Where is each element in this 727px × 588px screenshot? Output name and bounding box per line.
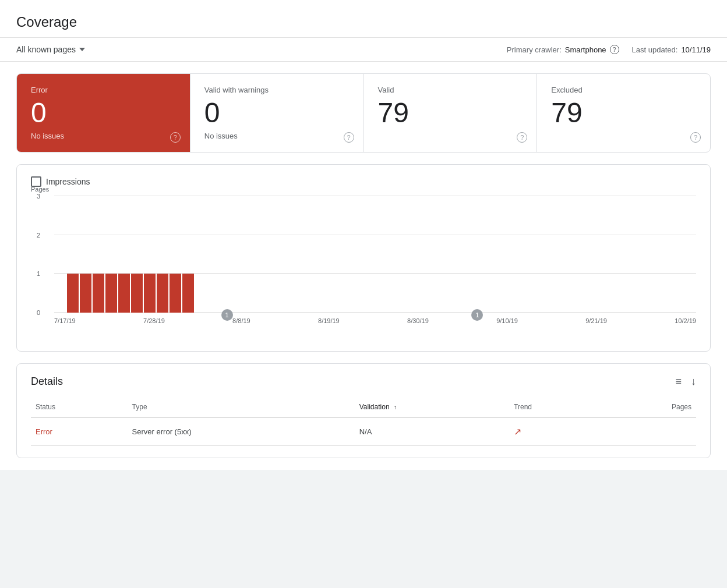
details-header: Details ≡ ↓ [31, 376, 696, 388]
warnings-help-icon[interactable]: ? [344, 132, 354, 143]
page-header: Coverage [0, 0, 727, 38]
x-axis: 7/17/197/28/198/8/198/19/198/30/199/10/1… [54, 317, 696, 324]
crawler-value: Smartphone [565, 45, 606, 54]
details-table: Status Type Validation ↑ Trend Pages Err… [31, 397, 696, 446]
excluded-card: Excluded 79 ? [537, 74, 710, 152]
bar-2 [80, 274, 91, 313]
x-label-2: 8/8/19 [232, 317, 250, 324]
excluded-help-icon[interactable]: ? [690, 132, 701, 143]
valid-value: 79 [378, 99, 523, 127]
row-trend: ↗ [509, 417, 599, 446]
col-trend: Trend [509, 397, 599, 417]
bar-10 [182, 274, 194, 313]
details-section: Details ≡ ↓ Status Type Validation ↑ [16, 363, 711, 458]
bar-4 [105, 274, 117, 313]
crawler-label: Primary crawler: [507, 45, 562, 54]
details-tbody: ErrorServer error (5xx)N/A↗ [31, 417, 696, 446]
toolbar: All known pages Primary crawler: Smartph… [0, 38, 727, 62]
row-status: Error [31, 417, 128, 446]
updated-label: Last updated: [632, 45, 678, 54]
chart-area: Pages 3 2 1 0 [31, 196, 696, 342]
bar-8 [157, 274, 168, 313]
download-icon[interactable]: ↓ [691, 376, 696, 388]
y-label-0: 0 [37, 309, 40, 316]
warnings-sub: No issues [204, 132, 350, 140]
col-pages: Pages [599, 397, 696, 417]
impressions-toggle[interactable]: Impressions [31, 176, 696, 187]
crawler-help-icon[interactable]: ? [610, 45, 619, 54]
table-header: Status Type Validation ↑ Trend Pages [31, 397, 696, 417]
impressions-label: Impressions [46, 177, 90, 186]
bars-container [54, 196, 696, 313]
warnings-card: Valid with warnings 0 No issues ? [190, 74, 364, 152]
main-content: Error 0 No issues ? Valid with warnings … [0, 62, 727, 470]
pages-axis-label: Pages [31, 186, 49, 193]
details-icons: ≡ ↓ [675, 376, 696, 388]
col-type: Type [128, 397, 355, 417]
bar-9 [170, 274, 181, 313]
bar-5 [118, 274, 130, 313]
bar-6 [131, 274, 143, 313]
row-pages [599, 417, 696, 446]
dropdown-arrow-icon [79, 48, 85, 51]
toolbar-right: Primary crawler: Smartphone ? Last updat… [507, 45, 711, 54]
sort-arrow-icon: ↑ [394, 404, 397, 410]
error-value: 0 [31, 99, 176, 127]
x-label-0: 7/17/19 [54, 317, 76, 324]
x-label-5: 9/10/19 [496, 317, 518, 324]
chart-grid: 3 2 1 0 1 1 [54, 196, 696, 313]
bar-1 [67, 274, 79, 313]
updated-value: 10/11/19 [681, 45, 711, 54]
x-label-4: 8/30/19 [407, 317, 429, 324]
excluded-label: Excluded [551, 86, 696, 94]
filter-dropdown[interactable]: All known pages [16, 45, 85, 54]
x-label-1: 7/28/19 [143, 317, 165, 324]
filter-icon[interactable]: ≡ [675, 376, 682, 388]
x-label-6: 9/21/19 [585, 317, 607, 324]
y-label-1: 1 [37, 270, 40, 277]
filter-label: All known pages [16, 45, 76, 54]
details-title: Details [31, 376, 63, 388]
row-type: Server error (5xx) [128, 417, 355, 446]
page-title: Coverage [16, 14, 711, 30]
valid-card: Valid 79 ? [364, 74, 538, 152]
error-label: Error [31, 86, 176, 94]
y-label-3: 3 [37, 193, 40, 200]
valid-label: Valid [378, 86, 523, 94]
bar-3 [93, 274, 104, 313]
x-label-7: 10/2/19 [675, 317, 696, 324]
error-card: Error 0 No issues ? [17, 74, 190, 152]
warnings-label: Valid with warnings [204, 86, 350, 94]
excluded-value: 79 [551, 99, 696, 127]
row-validation: N/A [355, 417, 509, 446]
x-label-3: 8/19/19 [318, 317, 340, 324]
table-header-row: Status Type Validation ↑ Trend Pages [31, 397, 696, 417]
y-label-2: 2 [37, 232, 40, 239]
stats-row: Error 0 No issues ? Valid with warnings … [16, 73, 711, 153]
table-row[interactable]: ErrorServer error (5xx)N/A↗ [31, 417, 696, 446]
annotation-1: 1 [221, 309, 233, 321]
error-sub: No issues [31, 132, 176, 140]
col-status: Status [31, 397, 128, 417]
error-help-icon[interactable]: ? [170, 132, 181, 143]
valid-help-icon[interactable]: ? [517, 132, 527, 143]
bar-7 [144, 274, 156, 313]
chart-section: Impressions Pages 3 2 1 0 [16, 164, 711, 352]
warnings-value: 0 [204, 99, 350, 127]
col-validation[interactable]: Validation ↑ [355, 397, 509, 417]
